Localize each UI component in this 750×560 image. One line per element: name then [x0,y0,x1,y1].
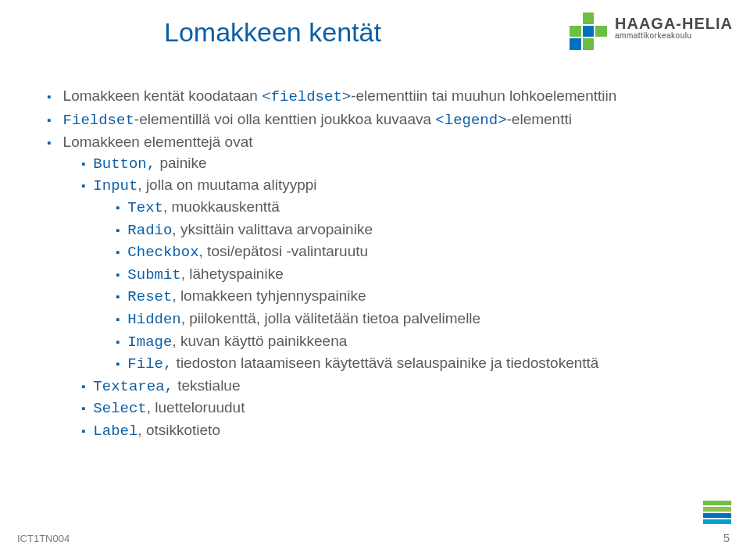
decoration-stripes [703,499,731,524]
list-item: Text, muokkauskenttä [116,197,703,219]
list-item: File, tiedoston lataamiseen käytettävä s… [116,353,703,375]
list-item: Input, jolla on muutama alityyppi Text, … [81,175,703,374]
logo-mark [570,12,607,50]
brand-logo: HAAGA-HELIA ammattikorkeakoulu [570,12,733,50]
slide-content: Lomakkeen kentät koodataan <fieldset>-el… [47,86,703,444]
list-item: Label, otsikkotieto [81,420,703,442]
list-item: Lomakkeen kentät koodataan <fieldset>-el… [47,86,703,108]
list-item: Lomakkeen elementtejä ovat Button, paini… [47,132,703,441]
list-item: Hidden, piilokenttä, jolla välitetään ti… [116,309,703,330]
list-item: Fieldset-elementillä voi olla kenttien j… [47,109,703,131]
list-item: Submit, lähetyspainike [116,264,703,286]
list-item: Select, luetteloruudut [81,398,703,419]
list-item: Checkbox, tosi/epätosi -valintaruutu [116,241,703,263]
page-number: 5 [723,531,730,544]
logo-main: HAAGA-HELIA [615,16,733,32]
list-item: Textarea, tekstialue [81,376,703,398]
list-item: Image, kuvan käyttö painikkeena [116,331,703,353]
logo-sub: ammattikorkeakoulu [615,32,733,41]
list-item: Button, painike [81,153,703,175]
logo-text: HAAGA-HELIA ammattikorkeakoulu [615,16,733,41]
list-item: Reset, lomakkeen tyhjennyspainike [116,286,703,308]
course-code: ICT1TN004 [17,533,70,544]
page-title: Lomakkeen kentät [164,17,381,48]
list-item: Radio, yksittäin valittava arvopainike [116,219,703,241]
